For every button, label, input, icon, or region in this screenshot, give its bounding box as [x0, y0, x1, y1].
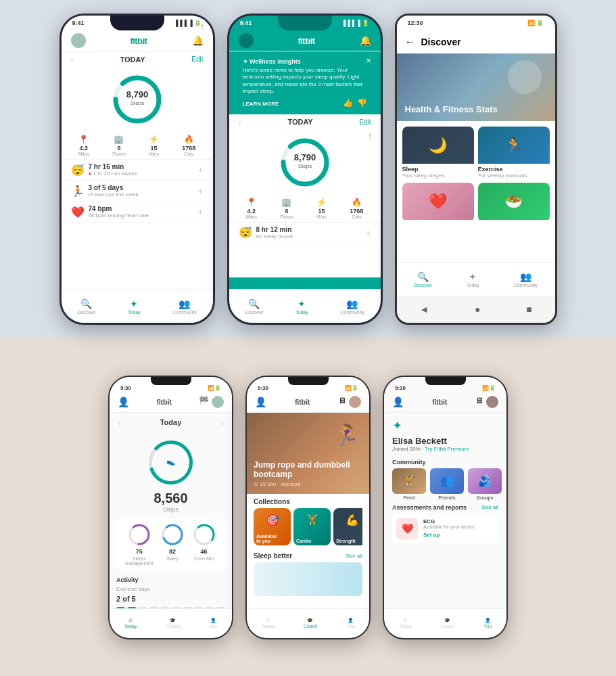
sleep-label-m1: Sleep — [166, 556, 179, 561]
avatar-2[interactable] — [239, 33, 254, 48]
assess-see-all-btn[interactable]: See all — [482, 504, 498, 510]
nav-discover-2[interactable]: 🔍 Discover — [245, 298, 263, 315]
chevron-right-m1[interactable]: › — [220, 417, 224, 428]
thumbs-up-icon[interactable]: 👍 — [343, 98, 353, 108]
wellness-close-btn[interactable]: ✕ — [366, 57, 371, 64]
nav-community-3[interactable]: 👥 Community — [514, 271, 538, 288]
sleep-better-title: Sleep better — [254, 552, 292, 560]
back-arrow-icon[interactable]: ← — [405, 36, 416, 48]
workout-sub: ⊙ 15 Min · Workout — [254, 481, 369, 487]
workout-title: Jump rope and dumbbell bootcamp — [254, 460, 369, 480]
sleep-card-label: Sleep — [402, 166, 474, 173]
exercise-activity-1[interactable]: 🏃 3 of 5 days of exercise this week + — [62, 181, 213, 202]
learn-more-btn[interactable]: LEARN MORE — [243, 101, 279, 107]
modern-nav-you-1[interactable]: 👤 You — [209, 618, 217, 629]
coll-label-2: Cardio — [296, 539, 311, 543]
avatar-1[interactable] — [71, 33, 86, 48]
avatar-m1[interactable]: 👤 — [118, 397, 129, 407]
heart-plus-1[interactable]: + — [197, 206, 203, 217]
assess-item-ecg[interactable]: ❤️ ECG Available for your device Set up — [392, 514, 498, 543]
sleep-activity-1[interactable]: 😴 7 hr 16 min ● 1 hr 15 min awake + — [62, 160, 213, 181]
modern-nav-today-3[interactable]: ⊙ Today — [399, 618, 412, 629]
android-home-btn[interactable]: ● — [475, 304, 480, 315]
edit-btn-2[interactable]: Edit — [359, 118, 371, 126]
see-all-sleep[interactable]: See all — [346, 553, 362, 559]
sleep-card[interactable]: 🌙 Sleep Plus sleep stages — [402, 127, 474, 179]
collection-card-1[interactable]: 🎯 Availableto you — [254, 508, 291, 545]
sleep-plus-1[interactable]: + — [197, 164, 203, 175]
phone-modern-today: 9:30 📶🔋 👤 fitbit 🏁 ‹ Today › — [108, 376, 233, 639]
groups-card[interactable]: 🫂 Groups — [468, 468, 502, 500]
sleep-plus-2[interactable]: + — [365, 227, 371, 238]
phone-ios-wellness: 9:41 ▐▐▐ ▐ 🔋 fitbit 🔔 ✕ ✦ Wellness Insig… — [227, 14, 383, 325]
nav-community-1[interactable]: 👥 Community — [172, 298, 196, 315]
sleep-activity-2[interactable]: 😴 8 hr 12 min 92 Sleep Score + — [229, 223, 381, 244]
mins-unit-2: Mins — [316, 215, 327, 219]
modern-nav-coach-1[interactable]: 🎓 Coach — [166, 618, 180, 629]
user-avatar-m3[interactable] — [486, 396, 498, 408]
modern-nav-today-2[interactable]: ⊙ Today — [262, 618, 275, 629]
you-nav-icon-m3: 👤 — [485, 618, 491, 623]
miles-unit-1: Miles — [78, 152, 89, 156]
modern-nav-today-1[interactable]: ⊙ Today — [124, 618, 137, 629]
floors-value-1: 6 — [117, 145, 120, 152]
edit-btn-1[interactable]: Edit — [191, 55, 203, 63]
share-icon-1[interactable]: ↑ — [200, 21, 205, 32]
exercise-card[interactable]: 🏃 Exercise For weekly workouts — [478, 127, 550, 179]
nav-today-1[interactable]: ✦ Today — [128, 298, 141, 315]
avatar-m3[interactable]: 👤 — [392, 397, 404, 407]
exercise-icon-1: 🏃 — [71, 185, 85, 198]
signal-icons-1: ▐▐▐ ▐ 🔋 — [174, 20, 202, 26]
you-nav-label-m1: You — [209, 624, 217, 629]
nav-discover-1[interactable]: 🔍 Discover — [77, 298, 95, 315]
nutrition-card-img: 🥗 — [478, 183, 550, 220]
nav-discover-3[interactable]: 🔍 Discover — [414, 271, 432, 288]
chevron-left-1[interactable]: ‹ — [71, 54, 74, 64]
sleep-card-img: 🌙 — [402, 127, 474, 164]
heart-card[interactable]: ❤️ — [402, 183, 474, 222]
hero-workout[interactable]: 🏃‍♀️ Jump rope and dumbbell bootcamp ⊙ 1… — [247, 413, 369, 494]
thumbs-down-icon[interactable]: 👎 — [357, 98, 367, 108]
profile-premium-link[interactable]: Try Fitbit Premium — [425, 446, 469, 452]
flag-icon-m1: 🏁 — [199, 396, 209, 408]
notch-2 — [288, 377, 329, 385]
notification-icon-1[interactable]: 🔔 — [192, 35, 204, 46]
user-avatar-m1[interactable] — [212, 396, 224, 408]
share-icon-2[interactable]: ↑ — [368, 131, 373, 141]
android-recents-btn[interactable]: ■ — [526, 304, 531, 315]
friends-card[interactable]: 👥 Friends — [430, 468, 464, 500]
sleep-card-sub: Plus sleep stages — [402, 173, 474, 179]
today-nav-icon-2: ✦ — [298, 298, 306, 309]
chevron-left-m1[interactable]: ‹ — [118, 417, 121, 428]
assess-header: Assessments and reports See all — [392, 504, 498, 511]
ecg-icon: ❤️ — [402, 523, 413, 534]
modern-nav-coach-2[interactable]: 🎓 Coach — [304, 618, 317, 629]
you-nav-icon-m1: 👤 — [210, 618, 216, 623]
modern-nav-coach-3[interactable]: 🎓 Coach — [441, 618, 454, 629]
today-label-2: TODAY — [287, 118, 312, 126]
avatar-m2[interactable]: 👤 — [255, 397, 266, 407]
nav-today-2[interactable]: ✦ Today — [295, 298, 308, 315]
nutrition-card[interactable]: 🥗 — [478, 183, 550, 222]
groups-label: Groups — [468, 495, 502, 500]
android-back-btn[interactable]: ◄ — [419, 304, 429, 315]
collection-card-2[interactable]: 🏋️ Cardio — [293, 508, 331, 545]
community-row: 🏋️ Feed 👥 Friends 🫂 Grou — [392, 468, 498, 500]
stats-row-1: 📍 4.2 Miles 🏢 6 Floors ⚡ 15 Mins 🔥 1768 — [62, 132, 213, 160]
setup-btn[interactable]: Set up — [423, 532, 475, 538]
nav-today-3[interactable]: ✦ Today — [467, 271, 479, 288]
chevron-left-2[interactable]: ‹ — [239, 117, 241, 127]
exercise-plus-1[interactable]: + — [197, 185, 203, 196]
modern-nav-you-3[interactable]: 👤 You — [483, 618, 492, 629]
user-avatar-m2[interactable] — [349, 396, 361, 408]
feed-card[interactable]: 🏋️ Feed — [392, 468, 426, 500]
today-nav-icon-3: ✦ — [469, 271, 477, 282]
mins-value-1: 15 — [150, 145, 157, 152]
collection-card-3[interactable]: 💪 Strength — [333, 508, 362, 545]
modern-nav-you-2[interactable]: 👤 You — [346, 618, 354, 629]
exercise-card-sub: For weekly workouts — [478, 173, 550, 179]
floors-icon-1: 🏢 — [114, 135, 124, 144]
nav-community-2[interactable]: 👥 Community — [340, 298, 364, 315]
heart-activity-1[interactable]: ❤️ 74 bpm 66 bpm resting heart rate + — [62, 202, 213, 223]
notification-icon-2[interactable]: 🔔 — [360, 35, 371, 46]
